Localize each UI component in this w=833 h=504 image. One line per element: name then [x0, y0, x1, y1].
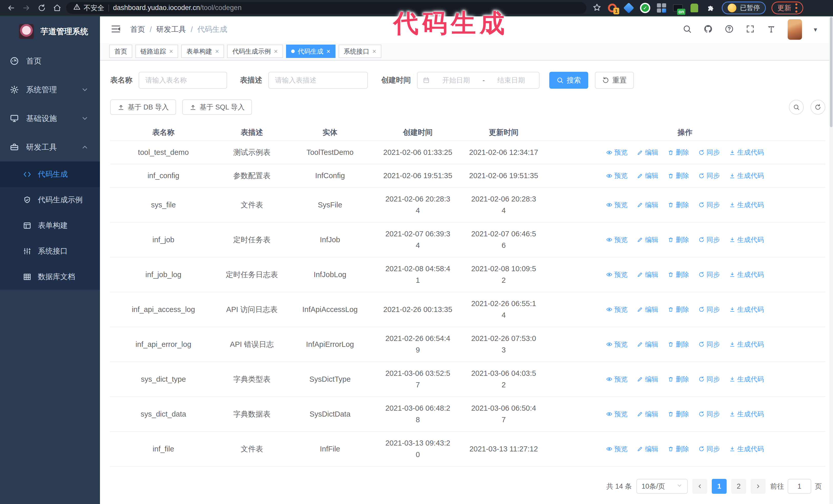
sidebar-menu-item[interactable]: 首页: [0, 47, 100, 75]
preview-link[interactable]: 预览: [606, 170, 628, 182]
delete-link[interactable]: 删除: [668, 374, 689, 385]
close-tab-icon[interactable]: ×: [215, 47, 219, 55]
preview-link[interactable]: 预览: [606, 269, 628, 281]
preview-link[interactable]: 预览: [606, 408, 628, 420]
breadcrumb-item[interactable]: 研发工具: [156, 24, 186, 34]
tag-view-tab[interactable]: 代码生成示例 ×: [227, 45, 283, 58]
delete-link[interactable]: 删除: [668, 199, 689, 211]
preview-link[interactable]: 预览: [606, 147, 628, 158]
preview-link[interactable]: 预览: [606, 304, 628, 315]
generate-code-link[interactable]: 生成代码: [729, 304, 764, 315]
generate-code-link[interactable]: 生成代码: [729, 339, 764, 350]
browser-back-button[interactable]: [5, 2, 18, 14]
edit-link[interactable]: 编辑: [637, 269, 659, 281]
edit-link[interactable]: 编辑: [637, 408, 659, 420]
close-tab-icon[interactable]: ×: [327, 47, 330, 55]
close-tab-icon[interactable]: ×: [169, 47, 173, 55]
sidebar-submenu-item[interactable]: 代码生成示例: [0, 187, 100, 213]
import-db-button[interactable]: 基于 DB 导入: [110, 99, 176, 115]
import-sql-button[interactable]: 基于 SQL 导入: [182, 99, 252, 115]
browser-scrollbar[interactable]: [829, 17, 833, 504]
tag-view-tab[interactable]: 链路追踪 ×: [135, 45, 178, 58]
extension-orange-icon[interactable]: 1: [607, 3, 618, 13]
sync-link[interactable]: 同步: [698, 443, 720, 455]
preview-link[interactable]: 预览: [606, 199, 628, 211]
user-avatar[interactable]: [788, 19, 802, 40]
generate-code-link[interactable]: 生成代码: [729, 147, 764, 158]
sidebar-logo-row[interactable]: 芋道管理系统: [0, 17, 100, 47]
date-range-picker[interactable]: 开始日期 - 结束日期: [417, 72, 540, 89]
generate-code-link[interactable]: 生成代码: [729, 408, 764, 420]
sync-link[interactable]: 同步: [698, 374, 720, 385]
avatar-caret-icon[interactable]: ▾: [814, 26, 817, 33]
search-icon[interactable]: [683, 24, 692, 34]
browser-menu-icon[interactable]: [795, 3, 798, 13]
close-tab-icon[interactable]: ×: [373, 47, 376, 55]
tag-view-tab[interactable]: 系统接口 ×: [339, 45, 381, 58]
delete-link[interactable]: 删除: [668, 339, 689, 350]
browser-update-button[interactable]: 更新: [771, 2, 803, 14]
search-button[interactable]: 搜索: [549, 72, 588, 89]
prev-page-button[interactable]: [692, 479, 707, 494]
extension-on-icon[interactable]: on: [672, 3, 683, 13]
tag-view-tab[interactable]: 表单构建 ×: [181, 45, 224, 58]
browser-reload-button[interactable]: [35, 2, 48, 14]
not-secure-warning[interactable]: 不安全: [73, 3, 104, 13]
sync-link[interactable]: 同步: [698, 234, 720, 246]
delete-link[interactable]: 删除: [668, 408, 689, 420]
table-desc-input[interactable]: 请输入表描述: [268, 72, 368, 89]
browser-home-button[interactable]: [51, 2, 64, 14]
page-number-button[interactable]: 2: [731, 479, 746, 494]
sync-link[interactable]: 同步: [698, 199, 720, 211]
sync-link[interactable]: 同步: [698, 304, 720, 315]
edit-link[interactable]: 编辑: [637, 374, 659, 385]
jump-page-input[interactable]: 1: [788, 479, 811, 494]
extension-check-icon[interactable]: ✓: [640, 3, 650, 13]
preview-link[interactable]: 预览: [606, 339, 628, 350]
generate-code-link[interactable]: 生成代码: [729, 170, 764, 182]
preview-link[interactable]: 预览: [606, 234, 628, 246]
sync-link[interactable]: 同步: [698, 339, 720, 350]
scrollbar-thumb[interactable]: [830, 17, 832, 127]
extension-grid-icon[interactable]: [656, 3, 667, 13]
refresh-table-button[interactable]: [810, 100, 825, 115]
toggle-search-button[interactable]: [789, 100, 804, 115]
font-size-icon[interactable]: [767, 24, 776, 34]
extension-gem-icon[interactable]: [623, 3, 634, 13]
address-bar[interactable]: 不安全 dashboard.yudao.iocoder.cn/tool/code…: [66, 2, 587, 14]
sidebar-submenu-item[interactable]: 数据库文档: [0, 264, 100, 290]
breadcrumb-item[interactable]: 首页: [130, 24, 145, 34]
extension-green-icon[interactable]: [689, 3, 700, 13]
sync-link[interactable]: 同步: [698, 170, 720, 182]
profile-paused-pill[interactable]: 已暂停: [722, 2, 766, 14]
delete-link[interactable]: 删除: [668, 304, 689, 315]
sidebar-fold-icon[interactable]: [111, 24, 121, 35]
table-name-input[interactable]: 请输入表名称: [139, 72, 227, 89]
delete-link[interactable]: 删除: [668, 443, 689, 455]
generate-code-link[interactable]: 生成代码: [729, 199, 764, 211]
bookmark-star-icon[interactable]: [593, 3, 601, 13]
page-size-select[interactable]: 10条/页: [636, 479, 688, 494]
edit-link[interactable]: 编辑: [637, 234, 659, 246]
sidebar-submenu-item[interactable]: 系统接口: [0, 238, 100, 264]
delete-link[interactable]: 删除: [668, 170, 689, 182]
generate-code-link[interactable]: 生成代码: [729, 269, 764, 281]
delete-link[interactable]: 删除: [668, 234, 689, 246]
extensions-puzzle-icon[interactable]: [705, 3, 716, 13]
tag-view-tab[interactable]: 首页: [109, 45, 132, 58]
tag-view-tab[interactable]: 代码生成 ×: [286, 45, 335, 58]
edit-link[interactable]: 编辑: [637, 199, 659, 211]
edit-link[interactable]: 编辑: [637, 339, 659, 350]
help-icon[interactable]: [724, 24, 734, 34]
reset-button[interactable]: 重置: [595, 72, 634, 89]
edit-link[interactable]: 编辑: [637, 304, 659, 315]
browser-forward-button[interactable]: [20, 2, 33, 14]
sync-link[interactable]: 同步: [698, 408, 720, 420]
edit-link[interactable]: 编辑: [637, 170, 659, 182]
generate-code-link[interactable]: 生成代码: [729, 374, 764, 385]
preview-link[interactable]: 预览: [606, 443, 628, 455]
sync-link[interactable]: 同步: [698, 269, 720, 281]
github-icon[interactable]: [704, 24, 713, 34]
page-number-button[interactable]: 1: [712, 479, 727, 494]
sidebar-menu-item[interactable]: 基础设施: [0, 104, 100, 133]
